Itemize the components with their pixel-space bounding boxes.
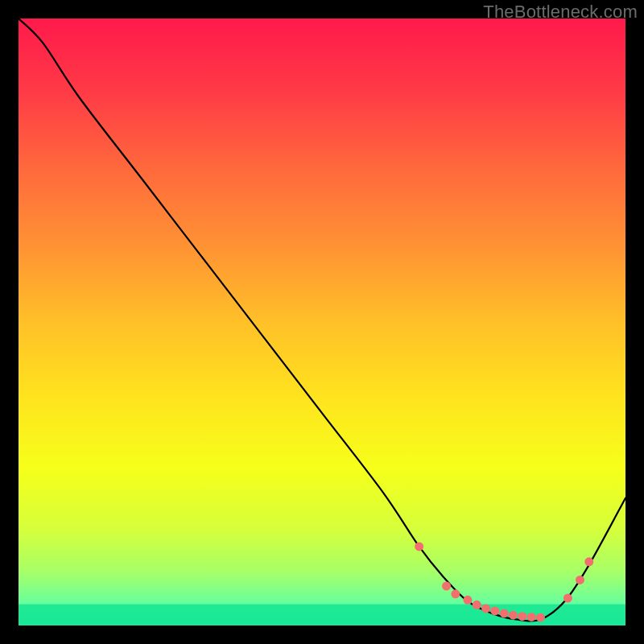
bottleneck-chart: [19, 19, 625, 625]
data-point: [536, 613, 545, 622]
data-point: [500, 609, 509, 617]
data-point: [564, 594, 572, 603]
data-point: [584, 557, 593, 566]
data-point: [576, 576, 584, 584]
data-point: [490, 606, 499, 615]
data-point: [463, 596, 472, 605]
data-point: [451, 589, 460, 598]
data-point: [527, 613, 536, 621]
data-point: [442, 581, 451, 590]
data-point: [518, 612, 526, 621]
data-point: [415, 542, 423, 551]
data-point: [509, 611, 518, 620]
data-point: [481, 604, 490, 613]
chart-frame: TheBottleneck.com: [0, 0, 644, 644]
data-point: [473, 601, 481, 609]
gradient-background: [19, 19, 625, 625]
